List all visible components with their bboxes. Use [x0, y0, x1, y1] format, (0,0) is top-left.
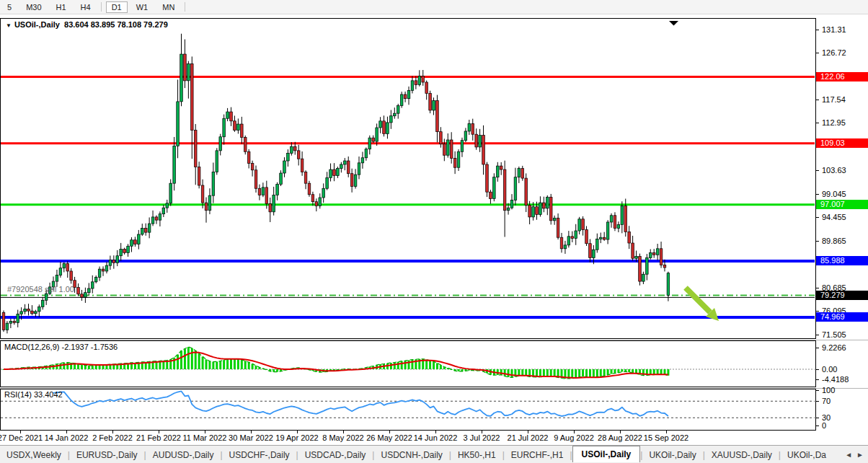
chart-tab-usdcad-daily[interactable]: USDCAD-,Daily: [298, 448, 373, 462]
chart-tab-eurchf-h1[interactable]: EURCHF-,H1: [505, 448, 570, 462]
price-badge-109.03: 109.03: [816, 138, 868, 148]
chart-title-symbol: USOil-,Daily: [14, 20, 60, 29]
price-tick-label: 103.63: [822, 166, 846, 175]
date-tick-label: 8 May 2022: [322, 433, 363, 442]
price-tick-label: 131.31: [822, 25, 846, 34]
date-tick-label: 14 Jan 2022: [45, 433, 89, 442]
date-tick-label: 19 Apr 2022: [275, 433, 318, 442]
chart-tab-hk50-h1[interactable]: HK50-,H1: [451, 448, 502, 462]
date-tick-label: 2 Feb 2022: [92, 433, 133, 442]
price-tick-label: 89.865: [822, 237, 846, 245]
chart-tab-eurusd-daily[interactable]: EURUSD-,Daily: [70, 448, 144, 462]
macd-indicator-label: MACD(12,26,9) -2.1937 -1.7536: [4, 343, 118, 351]
price-tick-label: 117.54: [822, 95, 846, 104]
rsi-tick-label: 0: [822, 421, 826, 430]
chart-tab-ukoil-daily[interactable]: UKOil-,Daily: [642, 448, 702, 462]
price-tick-label: 71.505: [822, 330, 846, 339]
date-tick-label: 26 May 2022: [366, 433, 412, 442]
chart-tab-xauusd-daily[interactable]: XAUUSD-,Daily: [705, 448, 779, 462]
chart-title-ohlc: 83.604 83.895 78.108 79.279: [64, 20, 168, 29]
symbol-dropdown-icon[interactable]: ▼: [6, 22, 12, 29]
price-badge-97.007: 97.007: [816, 200, 868, 209]
price-tick-label: 126.72: [822, 48, 846, 57]
chart-tab-usdchf-daily[interactable]: USDCHF-,Daily: [223, 448, 296, 462]
rsi-tick-label: 100: [822, 386, 835, 394]
date-tick-label: 28 Aug 2022: [598, 433, 642, 442]
price-badge-122.06: 122.06: [816, 72, 868, 81]
date-tick-label: 9 Aug 2022: [554, 433, 594, 442]
chart-tab-audusd-daily[interactable]: AUDUSD-,Daily: [146, 448, 221, 462]
price-tick-label: 94.455: [822, 213, 846, 221]
tabs-scroll-left-icon[interactable]: ◄: [845, 451, 852, 459]
price-tick-label: 99.045: [822, 190, 846, 198]
chart-canvas: [0, 0, 868, 445]
chart-tab-ukoil-da[interactable]: UKOil-,Da: [781, 448, 833, 462]
date-tick-label: 11 Mar 2022: [183, 433, 227, 442]
price-badge-74.969: 74.969: [816, 312, 868, 322]
date-tick-label: 21 Jul 2022: [508, 433, 549, 442]
open-position-label: #7920548 sell 1.00: [7, 285, 74, 294]
price-badge-79.279: 79.279: [816, 291, 868, 300]
price-tick-label: 112.95: [822, 118, 846, 127]
date-tick-label: 14 Jun 2022: [414, 433, 458, 442]
date-tick-label: 3 Jul 2022: [464, 433, 500, 442]
date-tick-label: 15 Sep 2022: [644, 433, 688, 442]
mt4-window: 5M30H1H4D1W1MN ▼USOil-,Daily 83.604 83.8…: [0, 0, 868, 463]
chart-tab-usoil-daily[interactable]: USOil-,Daily: [572, 446, 641, 462]
date-tick-label: 30 Mar 2022: [229, 433, 273, 442]
chart-tab-bar: USDX,Weekly|EURUSD-,Daily|AUDUSD-,Daily|…: [0, 445, 868, 463]
chart-tab-usdx-weekly[interactable]: USDX,Weekly: [0, 448, 68, 462]
date-tick-label: 27 Dec 2021: [0, 433, 43, 442]
chart-tab-usdcnh-daily[interactable]: USDCNH-,Daily: [374, 448, 448, 462]
chart-title: ▼USOil-,Daily 83.604 83.895 78.108 79.27…: [6, 20, 168, 29]
tabs-scroll-right-icon[interactable]: ►: [856, 451, 864, 459]
price-badge-85.988: 85.988: [816, 256, 868, 265]
rsi-indicator-label: RSI(14) 33.4042: [4, 390, 63, 399]
macd-tick-label: 9.2266: [822, 343, 846, 352]
rsi-tick-label: 70: [822, 397, 831, 405]
macd-tick-label: -4.4188: [822, 375, 849, 384]
date-tick-label: 21 Feb 2022: [136, 433, 181, 442]
macd-tick-label: 0.00: [822, 365, 837, 374]
